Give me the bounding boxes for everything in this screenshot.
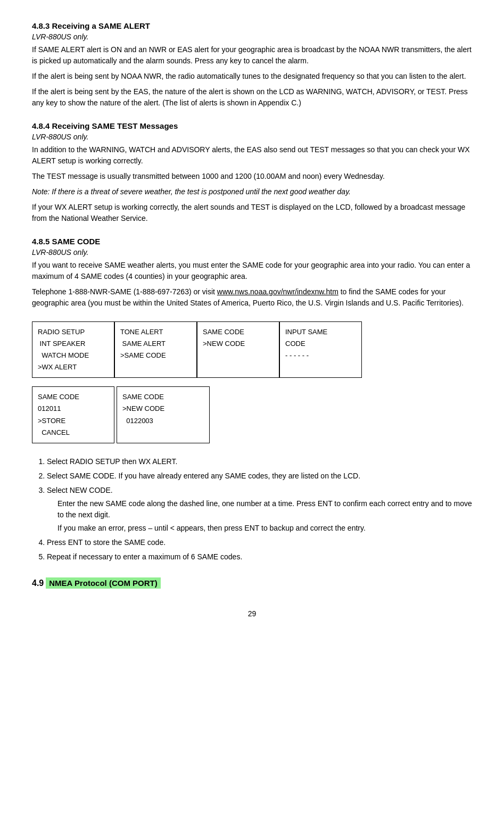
lcd-line: SAME ALERT — [120, 338, 191, 350]
lcd-box-4: INPUT SAME CODE - - - - - - — [279, 321, 362, 378]
step-3: Select NEW CODE. Enter the new SAME code… — [47, 485, 472, 534]
lcd-line: >NEW CODE — [203, 338, 274, 350]
lcd-line: - - - - - - — [285, 350, 356, 361]
para-485-intro: If you want to receive SAME weather aler… — [32, 260, 472, 282]
lcd-line: INPUT SAME — [285, 326, 356, 338]
para-484-1: In addition to the WARNING, WATCH and AD… — [32, 144, 472, 167]
lcd-box-2: TONE ALERT SAME ALERT >SAME CODE — [114, 321, 197, 378]
section-49: 4.9 NMEA Protocol (COM PORT) — [32, 579, 472, 588]
lcd-line: SAME CODE — [203, 326, 274, 338]
lcd-box-3: SAME CODE >NEW CODE — [197, 321, 279, 378]
lcd-box-5: SAME CODE 012011 >STORE CANCEL — [32, 386, 114, 443]
step-3-text: Select NEW CODE. — [47, 486, 113, 494]
para-483-2: If the alert is being sent by NOAA NWR, … — [32, 71, 472, 82]
step-2: Select SAME CODE. If you have already en… — [47, 470, 472, 482]
lcd-line: >SAME CODE — [120, 350, 191, 361]
lcd-line: WATCH MODE — [38, 350, 109, 361]
heading-484: 4.8.4 Receiving SAME TEST Messages — [32, 121, 472, 130]
step-1: Select RADIO SETUP then WX ALERT. — [47, 456, 472, 467]
section-484: 4.8.4 Receiving SAME TEST Messages LVR-8… — [32, 121, 472, 224]
lcd-line: 0122003 — [122, 415, 204, 427]
sub-485: LVR-880US only. — [32, 248, 472, 257]
para-483-1: If SAME ALERT alert is ON and an NWR or … — [32, 44, 472, 67]
step-3-sub: Enter the new SAME code along the dashed… — [47, 498, 472, 534]
lcd-row-1: RADIO SETUP INT SPEAKER WATCH MODE >WX A… — [32, 321, 472, 378]
page-number: 29 — [32, 609, 472, 618]
section-485: 4.8.5 SAME CODE LVR-880US only. If you w… — [32, 237, 472, 309]
para-484-4: If your WX ALERT setup is working correc… — [32, 202, 472, 224]
heading-483: 4.8.3 Receiving a SAME ALERT — [32, 21, 472, 30]
lcd-line: >STORE — [38, 415, 109, 427]
lcd-box-1: RADIO SETUP INT SPEAKER WATCH MODE >WX A… — [32, 321, 114, 378]
lcd-line: CODE — [285, 338, 356, 350]
lcd-box-6: SAME CODE >NEW CODE 0122003 — [117, 386, 210, 443]
lcd-line: TONE ALERT — [120, 326, 191, 338]
lcd-line: >NEW CODE — [122, 403, 204, 415]
sub-484: LVR-880US only. — [32, 133, 472, 141]
para-484-note: Note: If there is a threat of severe wea… — [32, 186, 472, 197]
para-484-2: The TEST message is usually transmitted … — [32, 171, 472, 182]
lcd-line: SAME CODE — [122, 391, 204, 403]
tel-text: Telephone 1-888-NWR-SAME (1-888-697-7263… — [32, 287, 217, 296]
lcd-line: INT SPEAKER — [38, 338, 109, 350]
lcd-line: SAME CODE — [38, 391, 109, 403]
lcd-row-2: SAME CODE 012011 >STORE CANCEL SAME CODE… — [32, 386, 472, 443]
lcd-line: CANCEL — [38, 427, 109, 439]
sub-483: LVR-880US only. — [32, 32, 472, 41]
step-4: Press ENT to store the SAME code. — [47, 537, 472, 548]
lcd-line: 012011 — [38, 403, 109, 415]
section-483: 4.8.3 Receiving a SAME ALERT LVR-880US o… — [32, 21, 472, 109]
step-3-sub-2: If you make an error, press – until < ap… — [47, 523, 472, 534]
step-3-sub-1: Enter the new SAME code along the dashed… — [47, 498, 472, 521]
heading-49-num: 4.9 — [32, 579, 44, 588]
para-485-tel: Telephone 1-888-NWR-SAME (1-888-697-7263… — [32, 286, 472, 309]
lcd-line: RADIO SETUP — [38, 326, 109, 338]
step-5: Repeat if necessary to enter a maximum o… — [47, 551, 472, 563]
steps-list: Select RADIO SETUP then WX ALERT. Select… — [47, 456, 472, 563]
heading-485: 4.8.5 SAME CODE — [32, 237, 472, 246]
noaa-link[interactable]: www.nws.noaa.gov/nwr/indexnw.htm — [217, 287, 338, 296]
heading-49-label: NMEA Protocol (COM PORT) — [46, 577, 161, 589]
lcd-line: >WX ALERT — [38, 361, 109, 373]
para-483-3: If the alert is being sent by the EAS, t… — [32, 86, 472, 109]
